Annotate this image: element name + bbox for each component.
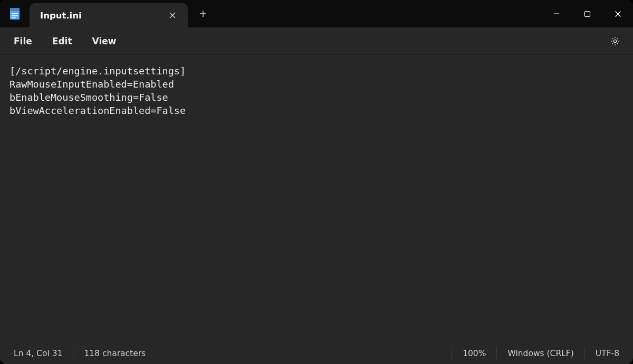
titlebar-drag-region[interactable] (211, 0, 541, 27)
maximize-button[interactable] (572, 0, 602, 27)
svg-rect-2 (12, 13, 18, 14)
minimize-button[interactable] (541, 0, 572, 27)
gear-icon (610, 36, 620, 46)
svg-rect-4 (12, 17, 16, 18)
svg-rect-10 (584, 11, 590, 16)
maximize-icon (584, 11, 591, 17)
status-cursor-position[interactable]: Ln 4, Col 31 (3, 347, 73, 360)
menu-view[interactable]: View (83, 32, 126, 51)
status-line-endings[interactable]: Windows (CRLF) (496, 347, 584, 360)
tab-title: Input.ini (40, 11, 156, 21)
menubar: File Edit View (0, 27, 633, 55)
new-tab-button[interactable] (195, 6, 211, 22)
statusbar: Ln 4, Col 31 118 characters 100% Windows… (0, 342, 633, 364)
minimize-icon (553, 10, 560, 17)
menu-file[interactable]: File (4, 32, 42, 51)
plus-icon (199, 10, 207, 17)
status-encoding[interactable]: UTF-8 (584, 347, 630, 360)
window-controls (541, 0, 633, 27)
close-icon (615, 11, 621, 17)
svg-rect-1 (10, 8, 20, 11)
window-close-button[interactable] (602, 0, 633, 27)
svg-rect-3 (12, 15, 18, 16)
file-tab[interactable]: Input.ini (30, 3, 188, 27)
notepad-app-icon (0, 0, 30, 27)
text-editor[interactable]: [/script/engine.inputsettings] RawMouseI… (0, 55, 633, 342)
tab-close-button[interactable] (165, 7, 180, 23)
titlebar: Input.ini (0, 0, 633, 27)
notepad-window: Input.ini File Edit View (0, 0, 633, 364)
new-tab-area (188, 0, 211, 27)
settings-button[interactable] (605, 31, 626, 52)
close-icon (169, 12, 176, 18)
svg-point-13 (613, 40, 616, 42)
menu-edit[interactable]: Edit (43, 32, 82, 51)
status-char-count: 118 characters (73, 347, 156, 360)
status-zoom[interactable]: 100% (452, 347, 496, 360)
